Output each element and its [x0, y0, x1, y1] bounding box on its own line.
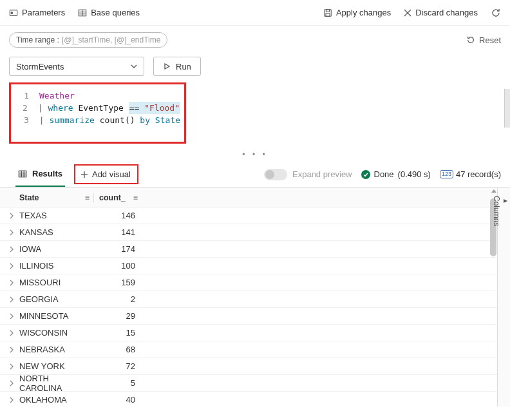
code-line-2: 2 | where EventType == "Flood"	[15, 102, 180, 114]
time-range-row: Time range : [@]_startTime, [@]_endTime …	[0, 26, 510, 54]
expand-row-icon[interactable]	[4, 397, 19, 403]
cell-count: 72	[93, 361, 142, 371]
time-range-label: Time range :	[16, 35, 59, 44]
cell-state: OKLAHOMA	[19, 395, 93, 405]
datasource-select[interactable]: StormEvents	[9, 57, 144, 76]
time-range-value: [@]_startTime, [@]_endTime	[62, 35, 161, 44]
cell-state: TEXAS	[19, 211, 93, 220]
reset-button[interactable]: Reset	[466, 35, 501, 45]
line-number: 1	[15, 90, 29, 102]
column-header-count[interactable]: count_ ≡	[93, 193, 142, 202]
expand-row-icon[interactable]	[4, 263, 19, 269]
run-button[interactable]: Run	[153, 57, 201, 76]
cell-count: 68	[93, 345, 142, 354]
svg-rect-7	[326, 9, 329, 12]
column-header-state[interactable]: State ≡	[19, 193, 93, 202]
table-row[interactable]: KANSAS141	[0, 224, 510, 241]
tab-results[interactable]: Results	[15, 162, 65, 187]
base-queries-label: Base queries	[91, 8, 140, 17]
table-row[interactable]: NEBRASKA68	[0, 341, 510, 358]
cell-state: WISCONSIN	[19, 328, 93, 338]
top-toolbar: Parameters Base queries Apply changes Di…	[0, 0, 510, 26]
save-icon	[323, 8, 332, 17]
cell-state: GEORGIA	[19, 294, 93, 304]
base-queries-button[interactable]: Base queries	[78, 8, 140, 17]
play-icon	[163, 62, 171, 70]
cell-count: 5	[93, 378, 142, 388]
check-icon	[361, 170, 370, 179]
table-row[interactable]: NORTH CAROLINA5	[0, 375, 510, 392]
table-row[interactable]: OKLAHOMA40	[0, 392, 510, 406]
svg-rect-6	[325, 9, 332, 16]
expand-row-icon[interactable]	[4, 280, 19, 286]
columns-panel-handle[interactable]: ▸ Columns	[497, 188, 510, 406]
parameters-button[interactable]: Parameters	[9, 8, 65, 17]
table-row[interactable]: MINNESOTA29	[0, 308, 510, 325]
cell-count: 146	[93, 211, 142, 220]
svg-rect-11	[19, 171, 26, 177]
expand-row-icon[interactable]	[4, 330, 19, 336]
record-count-label: 47 record(s)	[456, 169, 501, 179]
add-visual-button[interactable]: Add visual	[74, 164, 138, 184]
cell-state: NEW YORK	[19, 361, 93, 371]
expand-row-icon[interactable]	[4, 213, 19, 219]
horizontal-splitter[interactable]: • • •	[0, 149, 510, 162]
cell-count: 29	[93, 311, 142, 321]
cell-state: ILLINOIS	[19, 261, 93, 271]
results-tab-label: Results	[32, 169, 62, 178]
discard-changes-button[interactable]: Discard changes	[404, 8, 478, 17]
status-time: (0.490 s)	[398, 169, 431, 179]
apply-changes-button[interactable]: Apply changes	[323, 8, 391, 17]
run-label: Run	[176, 62, 191, 72]
table-row[interactable]: IOWA174	[0, 241, 510, 258]
expand-row-icon[interactable]	[4, 246, 19, 253]
apply-changes-label: Apply changes	[336, 8, 391, 17]
time-range-pill[interactable]: Time range : [@]_startTime, [@]_endTime	[9, 32, 167, 48]
cell-count: 100	[93, 261, 142, 271]
svg-rect-8	[326, 13, 330, 15]
close-icon	[404, 9, 411, 17]
table-row[interactable]: GEORGIA2	[0, 291, 510, 308]
cell-state: IOWA	[19, 244, 93, 254]
refresh-icon	[491, 8, 501, 18]
grid-icon	[18, 169, 27, 178]
cell-count: 174	[93, 244, 142, 254]
table-row[interactable]: ILLINOIS100	[0, 258, 510, 274]
table-row[interactable]: TEXAS146	[0, 207, 510, 224]
reset-label: Reset	[479, 35, 501, 45]
line-number: 3	[15, 114, 29, 126]
expand-row-icon[interactable]	[4, 380, 19, 387]
cell-state: NORTH CAROLINA	[19, 374, 93, 393]
table-row[interactable]: MISSOURI159	[0, 274, 510, 291]
chevron-down-icon	[131, 63, 137, 70]
code-line-3: 3 | summarize count() by State	[15, 114, 180, 126]
expand-row-icon[interactable]	[4, 363, 19, 370]
expand-row-icon[interactable]	[4, 313, 19, 320]
editor-gripper[interactable]	[504, 89, 510, 128]
cell-state: KANSAS	[19, 227, 93, 237]
cell-count: 141	[93, 227, 142, 237]
grid-header: State ≡ count_ ≡	[0, 188, 510, 207]
query-controls: StormEvents Run	[0, 54, 510, 82]
svg-point-1	[11, 12, 13, 14]
menu-icon[interactable]: ≡	[133, 193, 138, 202]
table-row[interactable]: WISCONSIN15	[0, 325, 510, 341]
undo-icon	[466, 35, 475, 44]
menu-icon[interactable]: ≡	[85, 193, 90, 202]
record-count: 123 47 record(s)	[440, 169, 501, 179]
expand-row-icon[interactable]	[4, 229, 19, 236]
parameters-label: Parameters	[22, 8, 65, 17]
expand-preview-label: Expand preview	[292, 169, 352, 179]
cell-count: 40	[93, 395, 142, 405]
expand-preview-toggle[interactable]	[264, 169, 287, 180]
line-number: 2	[15, 102, 28, 114]
table-row[interactable]: NEW YORK72	[0, 358, 510, 375]
results-grid: State ≡ count_ ≡ TEXAS146KANSAS141IOWA17…	[0, 187, 510, 406]
expand-row-icon[interactable]	[4, 347, 19, 353]
add-visual-label: Add visual	[92, 169, 131, 179]
table-icon	[78, 8, 87, 17]
expand-row-icon[interactable]	[4, 296, 19, 303]
code-editor[interactable]: 1 Weather 2 | where EventType == "Flood"…	[9, 82, 186, 144]
grid-body[interactable]: TEXAS146KANSAS141IOWA174ILLINOIS100MISSO…	[0, 207, 510, 406]
refresh-button[interactable]	[491, 8, 501, 18]
